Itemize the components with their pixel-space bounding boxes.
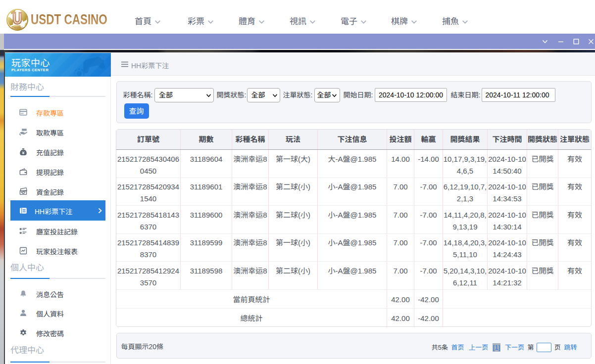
svg-text:Casino: Casino bbox=[11, 26, 23, 29]
